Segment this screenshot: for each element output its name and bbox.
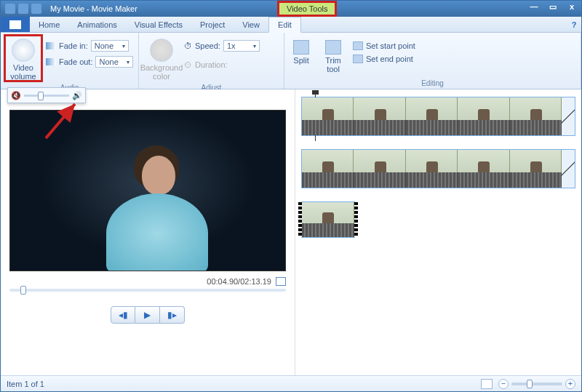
video-volume-label: Video volume [5,63,41,81]
clip-thumbnail[interactable] [510,150,562,188]
status-bar: Item 1 of 1 − + [1,375,581,391]
minimize-button[interactable]: — [525,2,543,15]
zoom-in-button[interactable]: + [565,379,575,389]
clip-thumbnail[interactable] [302,202,354,237]
ribbon-tabs: Home Animations Visual Effects Project V… [1,17,581,33]
titlebar: My Movie - Movie Maker Video Tools — ▭ x [1,1,581,17]
clip-thumbnail[interactable] [406,97,458,135]
qat-undo-icon[interactable] [18,4,28,14]
duration-label: Duration: [195,60,228,69]
view-mode-icon[interactable] [481,379,493,389]
fullscreen-icon[interactable] [276,277,286,286]
fade-in-value: None [95,41,113,50]
speaker-icon [12,39,35,62]
tab-animations[interactable]: Animations [68,17,125,32]
duration-icon: ⏲ [184,60,192,69]
app-window: My Movie - Movie Maker Video Tools — ▭ x… [0,0,582,392]
trim-tool-button[interactable]: Trim tool [321,36,346,73]
volume-slider-track[interactable] [24,95,69,97]
film-strip-edge [354,202,358,237]
tab-edit[interactable]: Edit [268,17,301,33]
set-start-label: Set start point [366,41,415,50]
ribbon: Video volume Fade in: None ▾ Fade out: [1,33,581,89]
contextual-tab-video-tools[interactable]: Video Tools [277,1,337,17]
clip-thumbnail[interactable] [354,97,405,135]
workspace: 00:04.90/02:13.19 ◂▮ ▶ ▮▸ [1,89,581,375]
clip-thumbnail[interactable] [302,150,354,188]
qat-icon[interactable] [5,4,15,14]
trim-tool-label: Trim tool [321,56,346,73]
video-preview[interactable] [9,110,286,271]
qat-redo-icon[interactable] [31,4,41,14]
trim-icon [325,40,341,55]
fade-in-icon [46,42,56,49]
ribbon-group-audio: Video volume Fade in: None ▾ Fade out: [1,33,139,89]
tab-view[interactable]: View [234,17,268,32]
clip-thumbnail[interactable] [354,150,405,188]
chevron-down-icon: ▾ [122,43,125,49]
ribbon-group-editing: Split Trim tool Set start point Set end … [284,33,581,89]
speed-value: 1x [227,41,236,50]
background-color-button[interactable]: Background color [143,36,180,81]
status-item-count: Item 1 of 1 [7,380,44,388]
clip-end [562,150,575,188]
timeline-pane [295,89,581,375]
seek-thumb[interactable] [20,286,26,295]
timeline-clip-row[interactable] [301,201,355,238]
set-end-point-button[interactable]: Set end point [353,55,415,63]
chevron-down-icon: ▾ [253,43,256,49]
end-point-icon [353,55,363,63]
zoom-out-button[interactable]: − [498,379,509,389]
timeline-clip-row[interactable] [301,97,575,136]
zoom-slider[interactable] [511,383,562,385]
clip-thumbnail[interactable] [510,97,562,135]
clip-thumbnail[interactable] [406,150,458,188]
zoom-control: − + [498,379,575,389]
clip-thumbnail[interactable] [458,150,509,188]
speed-dropdown[interactable]: 1x ▾ [223,40,260,52]
preview-pane: 00:04.90/02:13.19 ◂▮ ▶ ▮▸ [1,89,295,375]
mute-icon[interactable]: 🔇 [11,91,21,100]
fade-out-label: Fade out: [59,57,92,66]
set-start-point-button[interactable]: Set start point [353,41,415,50]
fade-out-value: None [99,57,118,66]
speaker-icon[interactable]: 🔊 [72,91,82,100]
help-button[interactable]: ? [567,17,581,32]
fade-out-icon [46,58,56,65]
video-volume-button[interactable]: Video volume [5,36,41,81]
seek-bar[interactable] [1,289,295,300]
volume-slider-thumb[interactable] [38,92,44,100]
play-button[interactable]: ▶ [135,306,160,324]
playback-time: 00:04.90/02:13.19 [207,277,271,286]
quick-access-toolbar [1,4,46,14]
file-menu-icon [9,20,21,29]
background-color-label: Background color [140,63,183,81]
tab-home[interactable]: Home [30,17,68,32]
tab-project[interactable]: Project [191,17,234,32]
previous-frame-button[interactable]: ◂▮ [111,306,135,324]
window-title: My Movie - Movie Maker [50,4,137,13]
start-point-icon [353,41,363,50]
split-label: Split [293,56,308,65]
ribbon-group-adjust: Background color ⏱ Speed: 1x ▾ ⏲ Duratio… [139,33,284,89]
close-button[interactable]: x [562,2,581,15]
next-frame-button[interactable]: ▮▸ [160,306,185,324]
maximize-button[interactable]: ▭ [543,2,562,15]
volume-slider-popup[interactable]: 🔇 🔊 [7,87,86,103]
fade-out-dropdown[interactable]: None ▾ [95,56,133,68]
split-button[interactable]: Split [289,36,314,65]
zoom-thumb[interactable] [527,380,533,388]
clip-end [562,97,575,135]
fade-in-label: Fade in: [59,41,88,50]
clip-thumbnail[interactable] [458,97,509,135]
split-icon [293,40,309,55]
chevron-down-icon: ▾ [127,59,129,65]
set-end-label: Set end point [366,55,413,63]
fade-in-dropdown[interactable]: None ▾ [91,40,129,52]
ribbon-group-label: Editing [284,79,581,89]
tab-visual-effects[interactable]: Visual Effects [126,17,191,32]
clip-thumbnail[interactable] [302,97,354,135]
file-menu-button[interactable] [1,17,30,32]
palette-icon [150,39,173,62]
timeline-clip-row[interactable] [301,149,575,188]
